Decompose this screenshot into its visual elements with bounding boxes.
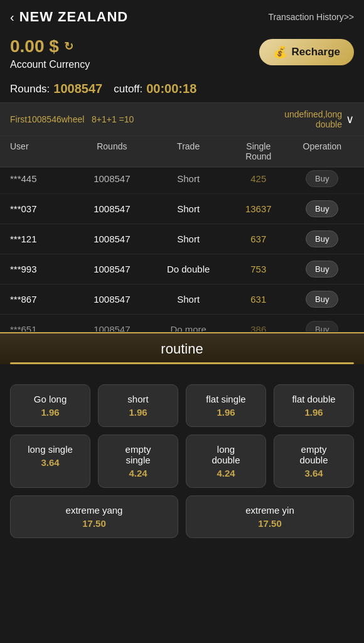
- short-button[interactable]: short 1.96: [98, 384, 178, 427]
- col-single-round: SingleRound: [227, 141, 290, 161]
- buy-button[interactable]: Buy: [306, 291, 338, 308]
- cell-single-round: 425: [227, 173, 290, 184]
- account-currency-label: Account Currency: [10, 59, 90, 70]
- short-label: short: [127, 394, 148, 404]
- empty-single-label: empty single: [126, 444, 151, 465]
- rounds-label: Rounds:: [10, 83, 50, 95]
- empty-single-button[interactable]: empty single 4.24: [98, 435, 178, 488]
- cell-operation: Buy: [291, 291, 354, 308]
- extreme-yin-value: 17.50: [258, 518, 282, 529]
- recharge-icon: 💰: [273, 45, 287, 59]
- buy-button[interactable]: Buy: [306, 230, 338, 247]
- table-row: ***121 1008547 Short 637 Buy: [0, 224, 364, 254]
- table-row: ***867 1008547 Short 631 Buy: [0, 284, 364, 315]
- cell-trade: Short: [150, 234, 227, 244]
- long-single-value: 3.64: [41, 457, 59, 468]
- cell-operation: Buy: [291, 230, 354, 247]
- flat-single-label: flat single: [206, 394, 245, 404]
- button-row-1: Go long 1.96 short 1.96 flat single 1.96…: [10, 384, 354, 427]
- long-single-label: long single: [28, 444, 73, 455]
- buy-button[interactable]: Buy: [306, 170, 338, 187]
- cell-user: ***121: [10, 234, 73, 244]
- cutoff-value: 00:00:18: [146, 82, 196, 96]
- short-value: 1.96: [129, 407, 147, 418]
- wheel-info: First1008546wheel 8+1+1 =10: [10, 114, 134, 124]
- col-rounds: Rounds: [73, 141, 150, 161]
- back-button[interactable]: ‹: [10, 10, 14, 24]
- buy-button[interactable]: Buy: [306, 261, 338, 278]
- flat-double-button[interactable]: flat double 1.96: [274, 384, 354, 427]
- cell-operation: Buy: [291, 200, 354, 217]
- table-row: ***037 1008547 Short 13637 Buy: [0, 194, 364, 224]
- empty-single-value: 4.24: [129, 468, 147, 478]
- header: ‹ NEW ZEALAND Transaction History>>: [0, 0, 364, 31]
- rounds-value: 1008547: [53, 82, 102, 96]
- extreme-yin-button[interactable]: extreme yin 17.50: [186, 495, 354, 538]
- refresh-icon[interactable]: ↻: [64, 40, 73, 53]
- rounds-bar: Rounds: 1008547 cutoff: 00:00:18: [0, 77, 364, 102]
- cell-rounds: 1008547: [73, 264, 150, 274]
- long-double-value: 4.24: [217, 468, 235, 478]
- account-section: 0.00 $ ↻ Account Currency 💰 Recharge: [0, 31, 364, 77]
- col-trade: Trade: [150, 141, 227, 161]
- cell-single-round: 631: [227, 294, 290, 305]
- empty-double-button[interactable]: empty double 3.64: [274, 435, 354, 488]
- empty-double-label: empty double: [299, 444, 328, 465]
- cell-user: ***867: [10, 294, 73, 305]
- wheel-suffix: wheel: [62, 114, 85, 124]
- cell-trade: Short: [150, 203, 227, 214]
- table-row: ***445 1008547 Short 425 Buy: [0, 167, 364, 194]
- cell-operation: Buy: [291, 321, 354, 332]
- transaction-history-link[interactable]: Transaction History>>: [269, 12, 354, 22]
- cell-single-round: 13637: [227, 203, 290, 214]
- balance-value: 0.00 $: [10, 36, 59, 57]
- cell-trade: Short: [150, 173, 227, 184]
- cell-rounds: 1008547: [73, 173, 150, 184]
- buy-button[interactable]: Buy: [306, 200, 338, 217]
- wheel-id: 1008546: [27, 114, 62, 124]
- cutoff-label: cutoff:: [114, 83, 142, 95]
- cell-trade: Do double: [150, 264, 227, 274]
- flat-double-label: flat double: [292, 394, 335, 404]
- extreme-yang-button[interactable]: extreme yang 17.50: [10, 495, 178, 538]
- balance-display: 0.00 $ ↻: [10, 36, 90, 57]
- table-row: ***651 1008547 Do more 386 Buy: [0, 315, 364, 332]
- cell-operation: Buy: [291, 261, 354, 278]
- cell-rounds: 1008547: [73, 234, 150, 244]
- cell-rounds: 1008547: [73, 294, 150, 305]
- account-left: 0.00 $ ↻ Account Currency: [10, 36, 90, 70]
- chevron-down-icon[interactable]: ∨: [346, 112, 354, 126]
- wheel-right: undefined,long double ∨: [284, 109, 354, 129]
- long-double-label: long double: [211, 444, 240, 465]
- go-long-value: 1.96: [41, 407, 59, 418]
- long-double-button[interactable]: long double 4.24: [186, 435, 266, 488]
- go-long-label: Go long: [34, 394, 67, 404]
- cell-trade: Short: [150, 294, 227, 305]
- flat-single-button[interactable]: flat single 1.96: [186, 384, 266, 427]
- cell-rounds: 1008547: [73, 203, 150, 214]
- flat-single-value: 1.96: [217, 407, 235, 418]
- cell-user: ***445: [10, 173, 73, 184]
- wheel-formula: 8+1+1 =10: [92, 114, 134, 124]
- extreme-yang-value: 17.50: [82, 518, 106, 529]
- recharge-button[interactable]: 💰 Recharge: [259, 39, 354, 65]
- cell-rounds: 1008547: [73, 324, 150, 332]
- buy-button[interactable]: Buy: [306, 321, 338, 332]
- wheel-bar[interactable]: First1008546wheel 8+1+1 =10 undefined,lo…: [0, 102, 364, 136]
- cell-operation: Buy: [291, 170, 354, 187]
- button-row-3: extreme yang 17.50 extreme yin 17.50: [10, 495, 354, 538]
- header-left: ‹ NEW ZEALAND: [10, 9, 128, 25]
- wheel-tag: undefined,long double: [284, 109, 342, 129]
- col-user: User: [10, 141, 73, 161]
- cell-single-round: 753: [227, 264, 290, 274]
- routine-title: routine: [0, 341, 364, 362]
- page-title: NEW ZEALAND: [19, 9, 129, 25]
- recharge-label: Recharge: [292, 46, 340, 58]
- go-long-button[interactable]: Go long 1.96: [10, 384, 90, 427]
- cell-user: ***037: [10, 203, 73, 214]
- cell-single-round: 386: [227, 324, 290, 332]
- long-single-button[interactable]: long single 3.64: [10, 435, 90, 488]
- cell-single-round: 637: [227, 234, 290, 244]
- wheel-prefix: First: [10, 114, 27, 124]
- table-header: User Rounds Trade SingleRound Operation: [0, 136, 364, 167]
